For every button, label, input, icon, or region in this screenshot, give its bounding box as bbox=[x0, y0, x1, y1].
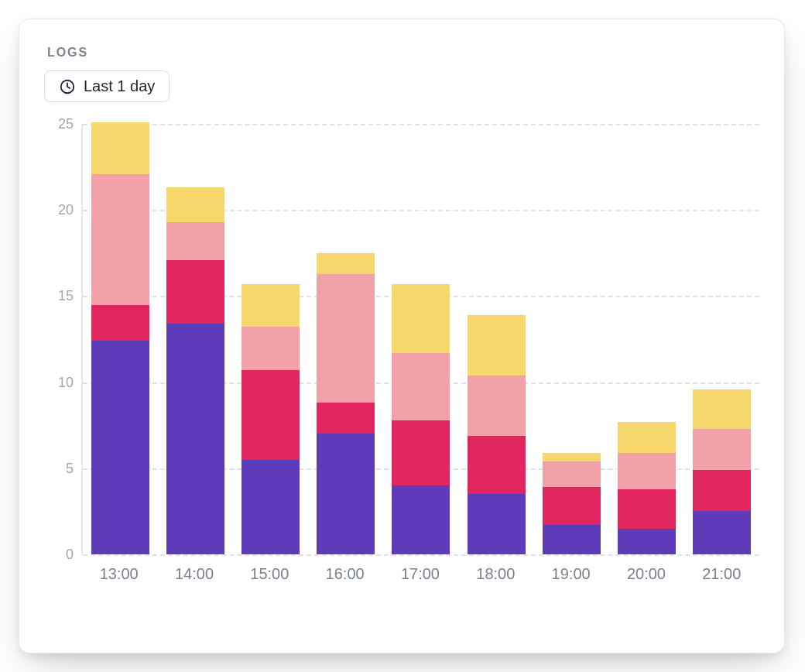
bar-segment bbox=[392, 353, 450, 420]
bar-segment bbox=[166, 222, 224, 260]
bar-segment bbox=[392, 284, 450, 353]
bar-segment bbox=[618, 422, 676, 453]
bar-segment bbox=[543, 461, 601, 487]
bar-segment bbox=[693, 511, 751, 554]
x-tick-label: 14:00 bbox=[165, 565, 223, 583]
bar-segment bbox=[392, 485, 450, 554]
plot-area bbox=[81, 124, 759, 554]
bar-slot bbox=[543, 453, 601, 554]
bar-segment bbox=[91, 341, 149, 554]
bar-segment bbox=[543, 453, 601, 461]
stacked-bar bbox=[693, 389, 751, 555]
clock-icon bbox=[59, 78, 76, 95]
x-tick-label: 16:00 bbox=[316, 565, 374, 583]
bar-slot bbox=[242, 284, 300, 554]
bar-segment bbox=[317, 274, 375, 403]
bar-segment bbox=[693, 429, 751, 470]
y-axis: 0510152025 bbox=[44, 124, 78, 554]
bar-segment bbox=[618, 529, 676, 554]
bar-segment bbox=[91, 122, 149, 174]
time-range-button[interactable]: Last 1 day bbox=[44, 70, 170, 102]
stacked-bar bbox=[468, 315, 526, 554]
x-tick-label: 20:00 bbox=[617, 565, 675, 583]
x-tick-label: 19:00 bbox=[542, 565, 600, 583]
bar-segment bbox=[468, 375, 526, 436]
bar-segment bbox=[693, 389, 751, 429]
x-tick-label: 18:00 bbox=[467, 565, 525, 583]
bar-segment bbox=[618, 489, 676, 529]
stacked-bar bbox=[317, 253, 375, 554]
stacked-bar bbox=[392, 284, 450, 554]
y-tick-label: 20 bbox=[58, 202, 74, 218]
bars-container bbox=[83, 124, 759, 554]
bar-slot bbox=[317, 253, 375, 554]
y-tick-label: 25 bbox=[58, 116, 74, 132]
y-tick-label: 10 bbox=[58, 374, 74, 390]
bar-slot bbox=[392, 284, 450, 554]
bar-segment bbox=[618, 453, 676, 489]
bar-segment bbox=[166, 260, 224, 324]
bar-segment bbox=[166, 187, 224, 221]
logs-card: LOGS Last 1 day 0510152025 13:0014:0015:… bbox=[19, 19, 785, 653]
stacked-bar bbox=[166, 187, 224, 554]
x-tick-label: 17:00 bbox=[391, 565, 449, 583]
bar-slot bbox=[91, 122, 149, 554]
bar-segment bbox=[317, 253, 375, 274]
y-tick-label: 15 bbox=[58, 288, 74, 304]
bar-segment bbox=[543, 525, 601, 554]
bar-segment bbox=[91, 174, 149, 305]
bar-segment bbox=[242, 327, 300, 370]
bar-slot bbox=[693, 389, 751, 555]
section-title: LOGS bbox=[47, 46, 759, 60]
stacked-bar bbox=[543, 453, 601, 554]
x-tick-label: 21:00 bbox=[693, 565, 751, 583]
bar-segment bbox=[392, 420, 450, 486]
bar-segment bbox=[166, 324, 224, 554]
stacked-bar bbox=[242, 284, 300, 554]
bar-slot bbox=[468, 315, 526, 554]
bar-segment bbox=[468, 436, 526, 495]
y-tick-label: 0 bbox=[66, 547, 74, 563]
bar-segment bbox=[317, 403, 375, 434]
bar-segment bbox=[242, 460, 300, 554]
bar-segment bbox=[91, 305, 149, 341]
bar-segment bbox=[317, 434, 375, 554]
time-range-label: Last 1 day bbox=[84, 77, 155, 95]
y-tick-label: 5 bbox=[66, 460, 74, 476]
bar-slot bbox=[166, 187, 224, 554]
stacked-bar bbox=[618, 422, 676, 554]
bar-segment bbox=[468, 315, 526, 375]
bar-segment bbox=[468, 494, 526, 554]
x-tick-label: 13:00 bbox=[90, 565, 148, 583]
stacked-bar bbox=[91, 122, 149, 554]
bar-segment bbox=[693, 470, 751, 511]
bar-slot bbox=[618, 422, 676, 554]
logs-chart: 0510152025 13:0014:0015:0016:0017:0018:0… bbox=[44, 124, 759, 619]
bar-segment bbox=[242, 370, 300, 460]
bar-segment bbox=[242, 284, 300, 327]
x-axis: 13:0014:0015:0016:0017:0018:0019:0020:00… bbox=[81, 554, 759, 583]
bar-segment bbox=[543, 487, 601, 525]
x-tick-label: 15:00 bbox=[241, 565, 299, 583]
